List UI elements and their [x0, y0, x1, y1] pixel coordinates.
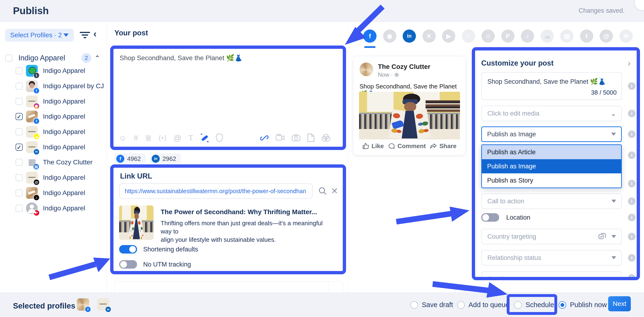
- info-icon[interactable]: i: [628, 214, 636, 221]
- tab-pinterest-icon[interactable]: P: [501, 30, 514, 43]
- emoji-icon[interactable]: ☺: [119, 134, 127, 142]
- shortening-defaults-toggle[interactable]: [119, 245, 137, 254]
- ai-wand-icon[interactable]: ✦: [200, 134, 209, 142]
- location-toggle[interactable]: [481, 213, 499, 222]
- comment-button[interactable]: Comment: [388, 142, 426, 150]
- profile-checkbox[interactable]: [16, 82, 23, 90]
- country-targeting-dropdown[interactable]: Country targeting: [481, 229, 622, 244]
- tab-reddit-icon[interactable]: ☺: [482, 30, 495, 43]
- like-button[interactable]: Like: [362, 142, 384, 150]
- profile-checkbox[interactable]: [16, 205, 23, 212]
- share-button[interactable]: Share: [430, 142, 456, 150]
- tab-tiktok-icon[interactable]: ♪: [521, 30, 534, 43]
- mention-icon[interactable]: @: [174, 134, 182, 142]
- shield-icon[interactable]: [216, 134, 223, 142]
- profile-checkbox[interactable]: [16, 190, 23, 196]
- profile-checkbox[interactable]: [16, 159, 23, 166]
- close-icon[interactable]: ✕: [331, 186, 338, 196]
- add-to-queue-radio[interactable]: [457, 301, 465, 309]
- tab-threads-icon[interactable]: @: [600, 30, 613, 43]
- profile-row[interactable]: t Indigo Apparel: [0, 63, 107, 78]
- profile-checkbox[interactable]: [16, 128, 23, 136]
- active-tab-indicator: [364, 46, 376, 48]
- publish-now-option[interactable]: Publish now: [558, 301, 607, 309]
- group-checkbox[interactable]: [5, 54, 12, 62]
- option-publish-as-article[interactable]: Publish as Article: [482, 145, 621, 159]
- profile-row[interactable]: ♪ Indigo Apparel: [0, 186, 107, 201]
- utm-tracking-toggle[interactable]: [119, 260, 137, 269]
- tab-google-business-icon[interactable]: ⌂: [462, 30, 475, 43]
- profile-checkbox[interactable]: [16, 98, 23, 105]
- info-icon[interactable]: i: [628, 110, 636, 117]
- gender-dropdown[interactable]: Gender: [481, 271, 622, 277]
- copy-settings-icon[interactable]: [598, 232, 606, 241]
- profile-row[interactable]: ▤ The Cozy Clutter: [0, 155, 107, 170]
- add-to-queue-option[interactable]: Add to queue: [457, 301, 509, 309]
- publish-now-radio[interactable]: [558, 301, 566, 309]
- schedule-radio[interactable]: [514, 301, 522, 309]
- profile-row[interactable]: ✓ in Indigo Apparel: [0, 140, 107, 155]
- save-draft-option[interactable]: Save draft: [410, 301, 453, 309]
- hashtag-icon[interactable]: #: [134, 134, 138, 142]
- profile-checkbox[interactable]: [16, 174, 23, 181]
- info-icon[interactable]: i: [628, 82, 636, 90]
- info-icon[interactable]: i: [628, 152, 636, 159]
- file-icon[interactable]: [307, 134, 314, 142]
- tab-instagram-icon[interactable]: ◉: [383, 30, 396, 43]
- profile-checkbox[interactable]: [16, 67, 23, 74]
- camera-icon[interactable]: [292, 134, 300, 142]
- info-icon[interactable]: i: [628, 254, 636, 262]
- chevron-right-icon[interactable]: ›: [628, 58, 630, 68]
- collapse-sidebar-icon[interactable]: ‹: [94, 28, 96, 39]
- profile-row[interactable]: ☁ Indigo Apparel: [0, 124, 107, 140]
- tab-linkedin-icon[interactable]: in: [403, 30, 416, 43]
- relationship-status-dropdown[interactable]: Relationship status: [481, 250, 622, 266]
- profile-row[interactable]: f Indigo Apparel by CJ: [0, 78, 107, 94]
- corner-help-button[interactable]: [634, 0, 644, 10]
- link-icon[interactable]: [260, 134, 269, 142]
- customize-text-field[interactable]: Shop Secondhand, Save the Planet 🌿👗 38 /…: [481, 72, 622, 100]
- search-icon[interactable]: [318, 186, 327, 196]
- schedule-option[interactable]: Schedule: [514, 301, 554, 309]
- call-to-action-dropdown[interactable]: Call to action: [481, 194, 622, 209]
- variables-icon[interactable]: {+}: [159, 135, 166, 141]
- publish-as-select[interactable]: Publish as Image: [481, 126, 622, 142]
- tab-x-icon[interactable]: ✕: [422, 30, 436, 43]
- profile-row[interactable]: P Indigo Apparel: [0, 200, 107, 216]
- video-icon[interactable]: [276, 134, 285, 142]
- tab-snapchat-icon[interactable]: ☁: [541, 30, 554, 43]
- chevron-up-icon[interactable]: ⌃: [94, 54, 100, 62]
- tab-tumblr-icon[interactable]: t: [580, 30, 593, 43]
- post-snippet-icon[interactable]: ≣: [145, 134, 152, 142]
- info-icon[interactable]: i: [628, 274, 636, 277]
- info-icon[interactable]: i: [628, 233, 636, 240]
- profile-checkbox-checked[interactable]: ✓: [16, 113, 23, 120]
- info-icon[interactable]: i: [628, 130, 636, 138]
- publish-as-dropdown-list: Publish as Article Publish as Image Publ…: [481, 144, 622, 188]
- tab-youtube-icon[interactable]: ▶: [442, 30, 455, 43]
- caret-down-icon: [612, 256, 616, 260]
- next-button[interactable]: Next: [608, 296, 631, 311]
- profile-row[interactable]: ✓ f Indigo Apparel: [0, 109, 107, 124]
- profile-row[interactable]: ◉ Indigo Apparel: [0, 94, 107, 109]
- option-publish-as-image[interactable]: Publish as Image: [482, 159, 621, 173]
- canva-icon[interactable]: [322, 134, 330, 142]
- tab-bluesky-icon[interactable]: ✣: [620, 30, 633, 43]
- profile-checkbox-checked[interactable]: ✓: [16, 144, 23, 151]
- filter-icon[interactable]: [80, 32, 90, 39]
- link-url-input[interactable]: [119, 183, 312, 199]
- profile-name: Indigo Apparel: [43, 189, 85, 197]
- tab-google-business-profile-icon[interactable]: ▤: [560, 30, 574, 43]
- profile-group-row[interactable]: Indigo Apparel 2 ⌃: [0, 52, 107, 65]
- option-publish-as-story[interactable]: Publish as Story: [482, 173, 621, 188]
- tab-facebook-icon[interactable]: f: [363, 30, 376, 43]
- profile-row[interactable]: @ Indigo Apparel: [0, 170, 107, 186]
- select-profiles-dropdown[interactable]: Select Profiles · 2: [5, 29, 74, 42]
- info-icon[interactable]: i: [628, 180, 636, 187]
- save-draft-radio[interactable]: [410, 301, 418, 309]
- info-icon[interactable]: i: [628, 198, 636, 205]
- post-editor-textarea[interactable]: Shop Secondhand, Save the Planet 🌿👗: [120, 54, 242, 62]
- text-format-icon[interactable]: T: [188, 134, 193, 142]
- edit-media-dropdown[interactable]: Click to edit media ⌄: [481, 106, 622, 121]
- publish-now-label: Publish now: [570, 301, 607, 309]
